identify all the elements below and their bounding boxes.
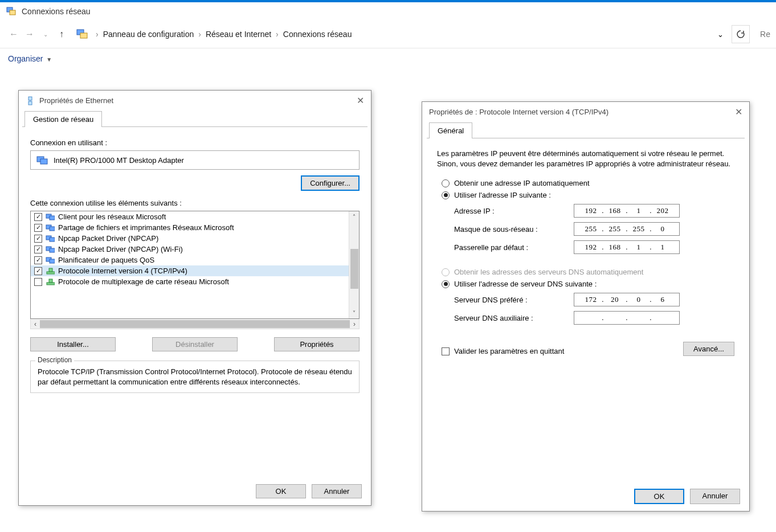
description-title: Description bbox=[35, 356, 74, 364]
list-item-label: Npcap Packet Driver (NPCAP) bbox=[58, 234, 158, 243]
nav-forward-button[interactable]: → bbox=[23, 27, 36, 41]
list-item[interactable]: ✓Npcap Packet Driver (NPCAP) (Wi-Fi) bbox=[31, 244, 349, 255]
ip-address-label: Adresse IP : bbox=[454, 207, 574, 215]
svg-rect-1 bbox=[10, 10, 15, 15]
dialog-title: Propriétés de Ethernet bbox=[39, 96, 113, 105]
explorer-title-bar: Connexions réseau bbox=[0, 2, 776, 21]
chevron-right-icon: › bbox=[195, 30, 205, 39]
cancel-button[interactable]: Annuler bbox=[690, 489, 740, 504]
organize-menu[interactable]: Organiser ▼ bbox=[8, 54, 52, 63]
checkbox[interactable]: ✓ bbox=[34, 213, 42, 221]
checkbox[interactable]: ✓ bbox=[34, 245, 42, 253]
scroll-down-icon[interactable]: ˅ bbox=[353, 310, 356, 316]
adapter-name: Intel(R) PRO/1000 MT Desktop Adapter bbox=[54, 156, 184, 165]
list-item[interactable]: Protocole de multiplexage de carte résea… bbox=[31, 276, 349, 287]
elements-label: Cette connexion utilise les éléments sui… bbox=[30, 199, 360, 207]
address-bar: ← → ⌄ ↑ › Panneau de configuration › Rés… bbox=[0, 21, 776, 48]
configure-button[interactable]: Configurer... bbox=[301, 175, 360, 191]
control-panel-icon bbox=[75, 27, 89, 41]
breadcrumb-item[interactable]: Réseau et Internet bbox=[205, 30, 272, 39]
ip-address-input[interactable]: 192.168.1.202 bbox=[574, 204, 680, 218]
horizontal-scrollbar[interactable]: ‹ › bbox=[30, 319, 360, 329]
intro-text: Les paramètres IP peuvent être déterminé… bbox=[437, 149, 734, 169]
gateway-label: Passerelle par défaut : bbox=[454, 243, 574, 252]
svg-rect-3 bbox=[80, 33, 87, 38]
description-text: Protocole TCP/IP (Transmission Control P… bbox=[38, 367, 352, 387]
checkbox[interactable]: ✓ bbox=[34, 256, 42, 264]
description-group: Description Protocole TCP/IP (Transmissi… bbox=[30, 361, 360, 393]
network-component-icon bbox=[46, 224, 55, 232]
toolbar: Organiser ▼ bbox=[0, 48, 776, 69]
ethernet-properties-dialog: Propriétés de Ethernet ✕ Gestion de rése… bbox=[18, 90, 371, 506]
radio-auto-ip[interactable]: Obtenir une adresse IP automatiquement bbox=[442, 179, 734, 187]
nav-back-button[interactable]: ← bbox=[7, 27, 21, 41]
scrollbar-thumb[interactable] bbox=[350, 249, 358, 289]
list-item-label: Client pour les réseaux Microsoft bbox=[58, 212, 166, 221]
components-listbox[interactable]: ✓Client pour les réseaux Microsoft✓Parta… bbox=[30, 211, 360, 319]
list-item[interactable]: ✓Planificateur de paquets QoS bbox=[31, 255, 349, 265]
svg-rect-16 bbox=[50, 248, 55, 252]
svg-rect-18 bbox=[50, 259, 55, 263]
svg-rect-21 bbox=[47, 283, 55, 285]
scrollbar-thumb[interactable] bbox=[40, 320, 350, 328]
radio-manual-dns[interactable]: Utiliser l'adresse de serveur DNS suivan… bbox=[442, 280, 734, 288]
svg-rect-14 bbox=[50, 238, 55, 242]
validate-on-exit-checkbox[interactable]: Valider les paramètres en quittant bbox=[442, 347, 564, 355]
breadcrumb[interactable]: › Panneau de configuration › Réseau et I… bbox=[92, 30, 712, 39]
search-box[interactable]: Re bbox=[760, 30, 770, 39]
dns-preferred-input[interactable]: 172.20.0.6 bbox=[574, 293, 680, 306]
list-item-label: Planificateur de paquets QoS bbox=[58, 256, 154, 264]
ipv4-properties-dialog: Propriétés de : Protocole Internet versi… bbox=[422, 101, 750, 511]
svg-rect-5 bbox=[28, 101, 32, 105]
scroll-up-icon[interactable]: ˄ bbox=[353, 214, 356, 220]
refresh-button[interactable] bbox=[732, 25, 750, 43]
list-item[interactable]: ✓Protocole Internet version 4 (TCP/IPv4) bbox=[31, 265, 349, 276]
chevron-right-icon: › bbox=[272, 30, 282, 39]
dns-alternate-label: Serveur DNS auxiliaire : bbox=[454, 314, 574, 322]
advanced-button[interactable]: Avancé... bbox=[683, 342, 734, 356]
checkbox[interactable]: ✓ bbox=[34, 267, 42, 275]
list-item[interactable]: ✓Npcap Packet Driver (NPCAP) bbox=[31, 233, 349, 244]
tab-general[interactable]: Général bbox=[429, 122, 472, 138]
nav-recent-dropdown[interactable]: ⌄ bbox=[39, 27, 52, 41]
protocol-icon bbox=[46, 278, 55, 286]
close-button[interactable]: ✕ bbox=[348, 95, 364, 106]
svg-rect-12 bbox=[50, 227, 55, 231]
chevron-right-icon: › bbox=[92, 30, 102, 39]
gateway-input[interactable]: 192.168.1.1 bbox=[574, 240, 680, 254]
svg-rect-4 bbox=[28, 97, 32, 100]
protocol-icon bbox=[46, 267, 55, 275]
address-dropdown-button[interactable]: ⌄ bbox=[712, 26, 728, 42]
checkbox[interactable]: ✓ bbox=[34, 224, 42, 232]
nav-up-button[interactable]: ↑ bbox=[55, 27, 68, 41]
svg-rect-8 bbox=[40, 159, 47, 164]
adapter-box: Intel(R) PRO/1000 MT Desktop Adapter bbox=[30, 150, 360, 170]
list-item-label: Partage de fichiers et imprimantes Résea… bbox=[58, 223, 234, 232]
close-button[interactable]: ✕ bbox=[726, 107, 742, 117]
radio-manual-ip[interactable]: Utiliser l'adresse IP suivante : bbox=[442, 191, 734, 199]
tab-network-management[interactable]: Gestion de réseau bbox=[24, 111, 102, 127]
list-item-label: Protocole Internet version 4 (TCP/IPv4) bbox=[58, 267, 187, 275]
scroll-left-icon[interactable]: ‹ bbox=[34, 320, 36, 328]
network-component-icon bbox=[46, 245, 55, 253]
list-item[interactable]: ✓Client pour les réseaux Microsoft bbox=[31, 211, 349, 222]
ok-button[interactable]: OK bbox=[634, 489, 684, 504]
install-button[interactable]: Installer... bbox=[30, 337, 116, 351]
svg-rect-20 bbox=[49, 268, 52, 272]
uninstall-button: Désinstaller bbox=[152, 337, 238, 351]
breadcrumb-item[interactable]: Connexions réseau bbox=[282, 30, 353, 39]
list-item-label: Npcap Packet Driver (NPCAP) (Wi-Fi) bbox=[58, 245, 183, 253]
scroll-right-icon[interactable]: › bbox=[353, 320, 356, 328]
subnet-mask-input[interactable]: 255.255.255.0 bbox=[574, 222, 680, 236]
list-item[interactable]: ✓Partage de fichiers et imprimantes Rése… bbox=[31, 222, 349, 233]
breadcrumb-item[interactable]: Panneau de configuration bbox=[102, 30, 195, 39]
ethernet-icon bbox=[26, 96, 35, 105]
vertical-scrollbar[interactable]: ˄ ˅ bbox=[349, 211, 359, 318]
properties-button[interactable]: Propriétés bbox=[274, 337, 360, 351]
cancel-button[interactable]: Annuler bbox=[312, 484, 362, 498]
radio-auto-dns: Obtenir les adresses des serveurs DNS au… bbox=[442, 268, 734, 276]
checkbox[interactable]: ✓ bbox=[34, 235, 42, 243]
checkbox[interactable] bbox=[34, 278, 42, 286]
dns-alternate-input[interactable]: ... bbox=[574, 311, 680, 325]
ok-button[interactable]: OK bbox=[256, 484, 306, 498]
